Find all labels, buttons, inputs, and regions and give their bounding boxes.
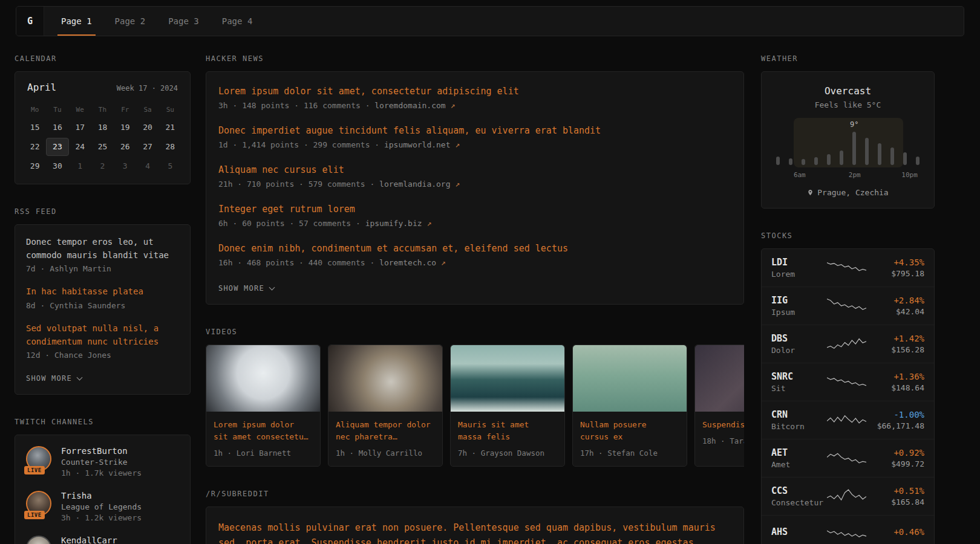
hn-show-more-button[interactable]: SHOW MORE — [218, 284, 274, 293]
rss-card: Donec tempor eros leo, ut commodo mauris… — [15, 224, 191, 395]
stock-change: +0.46% — [866, 527, 924, 537]
twitch-channel[interactable]: LIVE Trisha League of Legends 3h · 1.2k … — [26, 491, 179, 522]
rss-item-meta: 8d · Cynthia Saunders — [26, 301, 179, 310]
video-thumbnail[interactable] — [573, 345, 687, 412]
hn-item-title[interactable]: Donec enim nibh, condimentum et accumsan… — [218, 242, 731, 255]
stock-sparkline — [827, 523, 866, 542]
stock-price: $42.04 — [866, 307, 924, 316]
weather-location-text: Prague, Czechia — [817, 188, 888, 197]
stock-price: $165.84 — [866, 497, 924, 507]
video-thumbnail[interactable] — [328, 345, 442, 412]
weather-temp-label: 9° — [850, 120, 858, 129]
stock-change: +1.42% — [866, 334, 924, 343]
hn-item-domain[interactable]: loremlandia.org — [379, 180, 450, 189]
left-column: CALENDAR April Week 17 · 2024 MoTuWeThFr… — [15, 54, 191, 544]
video-thumbnail[interactable] — [695, 345, 744, 412]
stock-name: Bitcorn — [771, 422, 827, 431]
video-card[interactable]: Suspendisse diam 18h · Tara — [694, 345, 744, 467]
page-tab[interactable]: Page 4 — [218, 7, 256, 36]
stock-row[interactable]: LDI Lorem +4.35% $795.18 — [762, 249, 934, 287]
external-link-icon: ↗ — [441, 258, 446, 267]
video-thumbnail[interactable] — [206, 345, 320, 412]
rss-item-title[interactable]: Sed volutpat nulla nisl, a condimentum n… — [26, 322, 179, 348]
calendar-day: 15 — [24, 118, 46, 137]
stock-sparkline — [827, 449, 866, 467]
weather-condition: Overcast — [773, 85, 923, 97]
rss-item-meta: 7d · Ashlyn Martin — [26, 264, 179, 273]
hn-meta-text: 21h · 710 points · 579 comments · — [218, 180, 379, 189]
channel-name[interactable]: Trisha — [61, 491, 142, 500]
calendar-day: 18 — [91, 118, 114, 137]
twitch-widget: TWITCH CHANNELS LIVE ForrestBurton Count… — [15, 418, 191, 544]
page-tab[interactable]: Page 2 — [111, 7, 149, 36]
weather-time-label: 6am — [794, 171, 806, 179]
video-title[interactable]: Mauris sit amet massa felis — [458, 419, 557, 443]
rss-show-more-button[interactable]: SHOW MORE — [26, 374, 82, 383]
video-title[interactable]: Nullam posuere cursus ex — [580, 419, 679, 443]
video-title[interactable]: Suspendisse diam — [702, 419, 744, 431]
hn-item: Donec enim nibh, condimentum et accumsan… — [218, 242, 731, 267]
video-meta: 7h · Grayson Dawson — [458, 448, 557, 458]
weather-bar — [852, 132, 856, 165]
weather-bar — [802, 159, 805, 165]
subreddit-post-title[interactable]: Maecenas mollis pulvinar erat non posuer… — [218, 520, 731, 544]
video-thumbnail[interactable] — [451, 345, 564, 412]
video-card[interactable]: Aliquam tempor dolor nec pharetra… 1h · … — [328, 345, 443, 467]
twitch-section-title: TWITCH CHANNELS — [15, 418, 191, 426]
video-card[interactable]: Lorem ipsum dolor sit amet consectetu… 1… — [206, 345, 321, 467]
page-tab[interactable]: Page 1 — [57, 7, 96, 36]
stock-price: $156.28 — [866, 345, 924, 354]
channel-name[interactable]: ForrestBurton — [61, 446, 142, 456]
hn-item-title[interactable]: Integer eget rutrum lorem — [218, 203, 731, 216]
weather-bar — [865, 138, 869, 165]
stock-row[interactable]: DBS Dolor +1.42% $156.28 — [762, 325, 934, 363]
external-link-icon: ↗ — [451, 101, 456, 110]
app-logo[interactable]: G — [16, 7, 44, 36]
video-title[interactable]: Lorem ipsum dolor sit amet consectetu… — [214, 419, 313, 443]
calendar-day: 1 — [69, 157, 91, 175]
calendar-day: 5 — [159, 157, 181, 175]
twitch-channel[interactable]: LIVE KendallCarr — [26, 536, 179, 544]
hn-item-domain[interactable]: ipsumify.biz — [365, 219, 422, 228]
page-tab[interactable]: Page 3 — [165, 7, 203, 36]
video-title[interactable]: Aliquam tempor dolor nec pharetra… — [336, 419, 435, 443]
rss-item-title[interactable]: Donec tempor eros leo, ut commodo mauris… — [26, 236, 179, 262]
stock-row[interactable]: IIG Ipsum +2.84% $42.04 — [762, 287, 934, 325]
stock-sparkline — [827, 259, 866, 277]
stock-row[interactable]: AHS +0.46% — [762, 515, 934, 544]
hn-item-domain[interactable]: loremtech.co — [379, 258, 436, 267]
stocks-section-title: STOCKS — [761, 232, 935, 240]
hn-item-title[interactable]: Lorem ipsum dolor sit amet, consectetur … — [218, 85, 731, 98]
stock-sparkline — [827, 297, 866, 315]
stock-row[interactable]: CCS Consectetur +0.51% $165.84 — [762, 477, 934, 515]
calendar-day-header: We — [69, 103, 91, 117]
hn-item-domain[interactable]: ipsumworld.net — [384, 140, 451, 149]
video-meta: 1h · Lori Barnett — [214, 448, 313, 458]
calendar-day: 29 — [24, 157, 46, 175]
weather-bar — [776, 157, 780, 165]
middle-column: HACKER NEWS Lorem ipsum dolor sit amet, … — [206, 54, 744, 544]
calendar-day: 4 — [136, 157, 158, 175]
weather-bar — [878, 143, 881, 165]
stock-row[interactable]: AET Amet +0.92% $499.72 — [762, 439, 934, 477]
calendar-day-header: Sa — [136, 103, 158, 117]
rss-widget: RSS FEED Donec tempor eros leo, ut commo… — [15, 207, 191, 395]
stock-row[interactable]: SNRC Sit +1.36% $148.64 — [762, 363, 934, 401]
channel-name[interactable]: KendallCarr — [61, 536, 117, 544]
video-card[interactable]: Nullam posuere cursus ex 17h · Stefan Co… — [572, 345, 687, 467]
subreddit-widget: /R/SUBREDDIT Maecenas mollis pulvinar er… — [206, 490, 744, 544]
hn-item-domain[interactable]: loremdomain.com — [374, 101, 445, 110]
hn-item-title[interactable]: Donec imperdiet augue tincidunt felis al… — [218, 125, 731, 137]
calendar-week-info: Week 17 · 2024 — [117, 84, 178, 92]
external-link-icon: ↗ — [455, 180, 460, 189]
twitch-channel[interactable]: LIVE ForrestBurton Counter-Strike 1h · 1… — [26, 446, 179, 478]
hn-item-title[interactable]: Aliquam nec cursus elit — [218, 164, 731, 176]
rss-item-title[interactable]: In hac habitasse platea — [26, 285, 179, 299]
stock-change: +0.92% — [866, 448, 924, 458]
stock-row[interactable]: CRN Bitcorn -1.00% $66,171.48 — [762, 401, 934, 439]
subreddit-section-title: /R/SUBREDDIT — [206, 490, 744, 498]
video-card[interactable]: Mauris sit amet massa felis 7h · Grayson… — [450, 345, 565, 467]
external-link-icon: ↗ — [426, 219, 431, 228]
channel-meta: 1h · 1.7k viewers — [61, 468, 142, 478]
stock-ticker: IIG — [771, 295, 827, 306]
